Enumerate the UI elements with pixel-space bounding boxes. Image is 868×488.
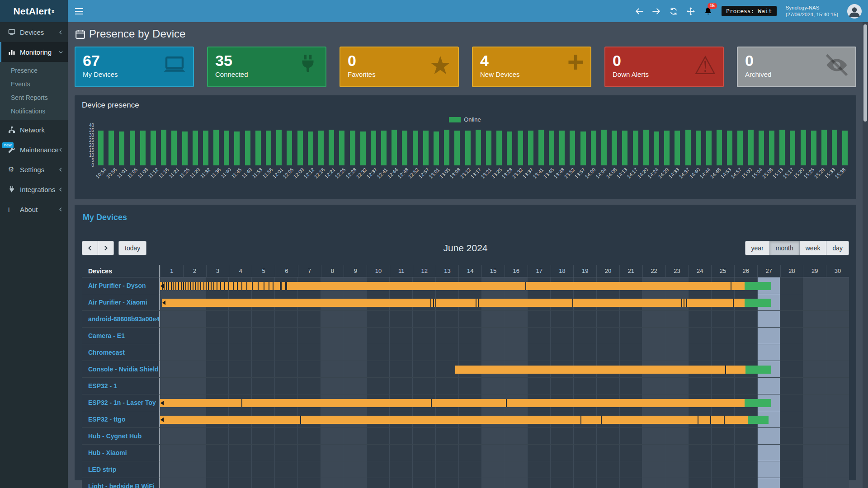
- calendar-day-cell: [734, 311, 757, 327]
- nav-back-button[interactable]: [635, 7, 643, 15]
- presence-bar: [161, 130, 166, 165]
- timeline-bar-current[interactable]: [745, 399, 771, 407]
- calendar-view-month-button[interactable]: month: [769, 241, 800, 255]
- refresh-button[interactable]: [670, 7, 678, 15]
- sidebar-toggle-button[interactable]: [75, 8, 83, 14]
- x-tick-label: 12:01: [272, 167, 284, 179]
- calendar-view-day-button[interactable]: day: [826, 241, 849, 255]
- sidebar-subitem-sent-reports[interactable]: Sent Reports: [0, 91, 68, 104]
- sidebar-item-devices[interactable]: Devices: [0, 22, 68, 42]
- device-timeline-lane: [160, 277, 849, 294]
- sidebar-subitem-events[interactable]: Events: [0, 77, 68, 91]
- timeline-bar-online[interactable]: [160, 399, 745, 407]
- presence-bar: [339, 131, 344, 165]
- device-name-link[interactable]: Light - bedside B WiFi: [82, 478, 160, 488]
- calendar-day-cell: [504, 478, 527, 488]
- x-tick-label: 15:13: [772, 167, 784, 179]
- device-name-link[interactable]: Console - Nvidia Shield TV: [82, 361, 160, 377]
- calendar-day-cell: [458, 478, 481, 488]
- timeline-bar-current[interactable]: [745, 366, 771, 374]
- day-header: 4: [229, 265, 252, 277]
- device-name-link[interactable]: LED strip: [82, 461, 160, 478]
- page-scrollbar[interactable]: [863, 22, 868, 488]
- timeline-gap-tick: [246, 282, 247, 290]
- stat-card-down-alerts[interactable]: 0Down Alerts⚠: [604, 47, 724, 87]
- timeline-bar-online[interactable]: [455, 366, 746, 374]
- calendar-day-cell: [366, 445, 389, 461]
- timeline-bar-online[interactable]: [160, 416, 748, 424]
- user-avatar[interactable]: [847, 4, 862, 19]
- move-button[interactable]: [687, 7, 695, 15]
- timeline-bar-current[interactable]: [748, 416, 769, 424]
- calendar-day-cell: [160, 478, 183, 488]
- notifications-button[interactable]: 15: [704, 7, 712, 15]
- device-name-link[interactable]: Air Purifier - Dyson: [82, 277, 160, 294]
- calendar-day-cell: [757, 311, 780, 327]
- sidebar-subitem-notifications[interactable]: Notifications: [0, 104, 68, 118]
- presence-bar: [276, 130, 282, 165]
- timeline-gap-tick: [206, 282, 207, 290]
- calendar-day-cell: [274, 344, 297, 361]
- scrollbar-thumb[interactable]: [863, 24, 867, 122]
- day-header: 15: [481, 265, 505, 277]
- device-row: Chromecast: [82, 344, 849, 361]
- sidebar-item-maintenance[interactable]: newMaintenance: [0, 140, 68, 160]
- calendar-day-cell: [619, 344, 642, 361]
- app-logo[interactable]: NetAlertx: [0, 0, 68, 22]
- presence-bar: [612, 131, 617, 165]
- x-tick-label: 12:57: [417, 167, 430, 179]
- calendar-day-cell: [757, 461, 780, 478]
- timeline-bar-online[interactable]: [162, 299, 745, 307]
- x-tick-label: 10:54: [94, 167, 107, 179]
- x-tick-label: 11:45: [230, 167, 242, 179]
- calendar-day-cell: [711, 378, 734, 394]
- device-name-link[interactable]: Hub - Cygnet Hub: [82, 428, 160, 444]
- stat-card-new-devices[interactable]: 4New Devices+: [472, 47, 591, 87]
- timeline-bar-online[interactable]: [160, 282, 745, 290]
- x-tick-label: 11:53: [251, 167, 263, 179]
- x-tick-label: 15:25: [803, 167, 816, 179]
- presence-bar: [507, 131, 512, 165]
- x-tick-label: 13:48: [553, 167, 566, 179]
- device-name-link[interactable]: Hub - Xiaomi: [82, 445, 160, 461]
- sidebar-item-network[interactable]: Network: [0, 120, 68, 140]
- device-name-link[interactable]: ESP32 - 1: [82, 378, 160, 394]
- device-name-link[interactable]: ESP32 - 1n - Laser Toy: [82, 394, 160, 411]
- calendar-today-button[interactable]: today: [118, 241, 146, 255]
- y-tick-label: 35: [89, 128, 94, 133]
- timeline-bar-current[interactable]: [745, 282, 771, 290]
- calendar-day-cell: [527, 378, 550, 394]
- sidebar-item-about[interactable]: iAbout: [0, 199, 68, 219]
- calendar-day-cell: [780, 328, 803, 344]
- calendar-day-cell: [711, 344, 734, 361]
- device-name-link[interactable]: Chromecast: [82, 344, 160, 361]
- sidebar-item-monitoring[interactable]: Monitoring: [0, 42, 68, 62]
- my-devices-title: My Devices: [83, 213, 849, 222]
- calendar-day-cell: [757, 344, 780, 361]
- stat-card-favorites[interactable]: 0Favorites★: [340, 47, 459, 87]
- device-name-link[interactable]: android-68608b93a00e4: [82, 311, 160, 327]
- calendar-day-cell: [274, 461, 297, 478]
- device-name-link[interactable]: Camera - E1: [82, 328, 160, 344]
- stat-card-archived[interactable]: 0Archived: [737, 47, 856, 87]
- sidebar-subitem-presence[interactable]: Presence: [0, 64, 68, 77]
- stat-card-connected[interactable]: 35Connected: [207, 47, 326, 87]
- sidebar-item-settings[interactable]: ⚙Settings: [0, 160, 68, 179]
- timeline-bar-current[interactable]: [745, 299, 771, 307]
- presence-bar: [392, 130, 397, 165]
- sidebar-item-integrations[interactable]: Integrations: [0, 179, 68, 199]
- nav-forward-button[interactable]: [652, 7, 660, 15]
- device-name-link[interactable]: ESP32 - ttgo: [82, 411, 160, 427]
- timeline-gap-tick: [224, 282, 225, 290]
- calendar-next-button[interactable]: [98, 241, 114, 255]
- stat-card-my-devices[interactable]: 67My Devices: [75, 47, 194, 87]
- calendar-prev-button[interactable]: [82, 241, 98, 255]
- calendar-view-year-button[interactable]: year: [745, 241, 770, 255]
- page-title: Presence by Device: [89, 28, 185, 40]
- calendar-day-cell: [665, 311, 688, 327]
- calendar-day-cell: [435, 478, 458, 488]
- calendar-day-cell: [734, 428, 757, 444]
- calendar-day-cell: [160, 461, 183, 478]
- calendar-view-week-button[interactable]: week: [799, 241, 827, 255]
- device-name-link[interactable]: Air Purifier - Xiaomi: [82, 294, 160, 310]
